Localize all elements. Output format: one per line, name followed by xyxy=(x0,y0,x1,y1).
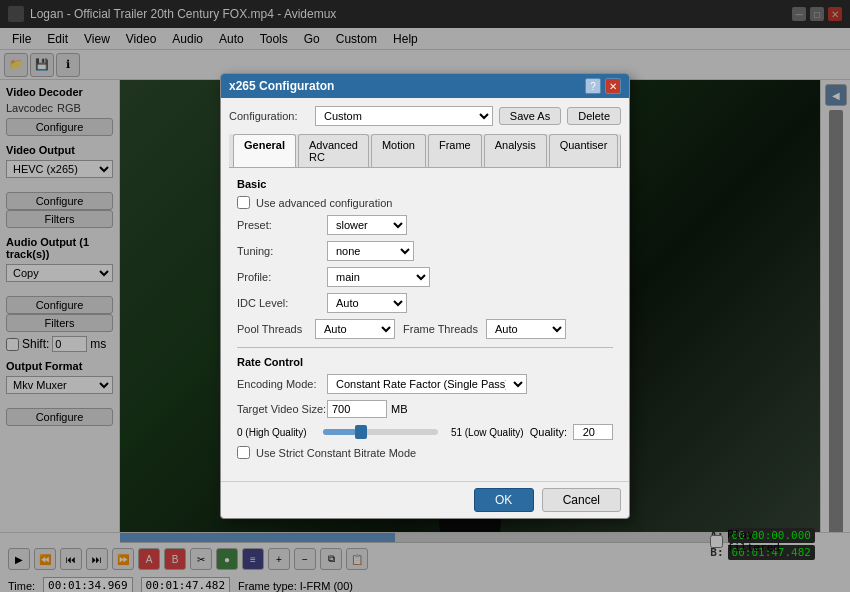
encoding-mode-row: Encoding Mode: Constant Rate Factor (Sin… xyxy=(237,374,613,394)
tab-advanced-rc[interactable]: Advanced RC xyxy=(298,134,369,167)
basic-header: Basic xyxy=(237,178,613,190)
target-video-size-input[interactable] xyxy=(327,400,387,418)
use-advanced-config-row: Use advanced configuration xyxy=(237,196,613,209)
modal-titlebar: x265 Configuraton ? ✕ xyxy=(221,74,629,98)
threads-row: Pool Threads Auto Frame Threads Auto xyxy=(237,319,613,339)
profile-select[interactable]: main main10 mainstillpicture xyxy=(327,267,430,287)
delete-btn[interactable]: Delete xyxy=(567,107,621,125)
modal-title: x265 Configuraton xyxy=(229,79,334,93)
tab-frame[interactable]: Frame xyxy=(428,134,482,167)
ok-btn[interactable]: OK xyxy=(474,488,534,512)
rate-control-section: Rate Control Encoding Mode: Constant Rat… xyxy=(237,356,613,459)
basic-section: Basic Use advanced configuration Preset:… xyxy=(237,178,613,339)
rate-control-header: Rate Control xyxy=(237,356,613,368)
encoding-mode-select[interactable]: Constant Rate Factor (Single Pass) Avera… xyxy=(327,374,527,394)
target-video-size-row: Target Video Size: MB xyxy=(237,400,613,418)
cancel-btn[interactable]: Cancel xyxy=(542,488,621,512)
tab-bar: General Advanced RC Motion Frame Analysi… xyxy=(229,134,621,168)
preset-select[interactable]: ultrafast superfast veryfast faster fast… xyxy=(327,215,407,235)
tab-motion[interactable]: Motion xyxy=(371,134,426,167)
strict-cbr-row: Use Strict Constant Bitrate Mode xyxy=(237,446,613,459)
tuning-select[interactable]: none psnr ssim fastdecode zerolatency xyxy=(327,241,414,261)
quality-slider-container: 0 (High Quality) 51 (Low Quality) Qualit… xyxy=(237,424,613,440)
strict-cbr-checkbox[interactable] xyxy=(237,446,250,459)
quality-label-left: 0 (High Quality) xyxy=(237,427,317,438)
tab-quantiser[interactable]: Quantiser xyxy=(549,134,619,167)
configuration-select[interactable]: Custom xyxy=(315,106,493,126)
target-video-size-label: Target Video Size: xyxy=(237,403,327,415)
profile-row: Profile: main main10 mainstillpicture xyxy=(237,267,613,287)
pool-threads-label: Pool Threads xyxy=(237,323,307,335)
encoding-mode-label: Encoding Mode: xyxy=(237,378,327,390)
tab-analysis[interactable]: Analysis xyxy=(484,134,547,167)
modal-footer: OK Cancel xyxy=(221,481,629,518)
tab-general-content: Basic Use advanced configuration Preset:… xyxy=(229,168,621,473)
preset-row: Preset: ultrafast superfast veryfast fas… xyxy=(237,215,613,235)
pool-threads-select[interactable]: Auto xyxy=(315,319,395,339)
x265-modal: x265 Configuraton ? ✕ Configuration: Cus… xyxy=(220,73,630,519)
tab-general[interactable]: General xyxy=(233,134,296,167)
config-row: Configuration: Custom Save As Delete xyxy=(229,106,621,126)
save-as-btn[interactable]: Save As xyxy=(499,107,561,125)
preset-label: Preset: xyxy=(237,219,327,231)
idc-level-row: IDC Level: Auto xyxy=(237,293,613,313)
tuning-row: Tuning: none psnr ssim fastdecode zerola… xyxy=(237,241,613,261)
quality-value-input[interactable] xyxy=(573,424,613,440)
target-video-size-unit: MB xyxy=(391,403,408,415)
divider xyxy=(237,347,613,348)
tuning-label: Tuning: xyxy=(237,245,327,257)
quality-slider-fill xyxy=(323,429,357,435)
tab-advanced-1[interactable]: Advanced 1 xyxy=(620,134,621,167)
idc-level-label: IDC Level: xyxy=(237,297,327,309)
idc-level-select[interactable]: Auto xyxy=(327,293,407,313)
modal-overlay: x265 Configuraton ? ✕ Configuration: Cus… xyxy=(0,0,850,592)
frame-threads-select[interactable]: Auto xyxy=(486,319,566,339)
modal-help-btn[interactable]: ? xyxy=(585,78,601,94)
use-advanced-config-checkbox[interactable] xyxy=(237,196,250,209)
quality-slider-thumb[interactable] xyxy=(355,425,367,439)
configuration-label: Configuration: xyxy=(229,110,309,122)
strict-cbr-label: Use Strict Constant Bitrate Mode xyxy=(256,447,416,459)
quality-slider-track[interactable] xyxy=(323,429,438,435)
quality-label: Quality: xyxy=(530,426,567,438)
profile-label: Profile: xyxy=(237,271,327,283)
use-advanced-config-label: Use advanced configuration xyxy=(256,197,392,209)
frame-threads-label: Frame Threads xyxy=(403,323,478,335)
modal-body: Configuration: Custom Save As Delete Gen… xyxy=(221,98,629,481)
modal-close-btn[interactable]: ✕ xyxy=(605,78,621,94)
quality-label-right: 51 (Low Quality) xyxy=(444,427,524,438)
